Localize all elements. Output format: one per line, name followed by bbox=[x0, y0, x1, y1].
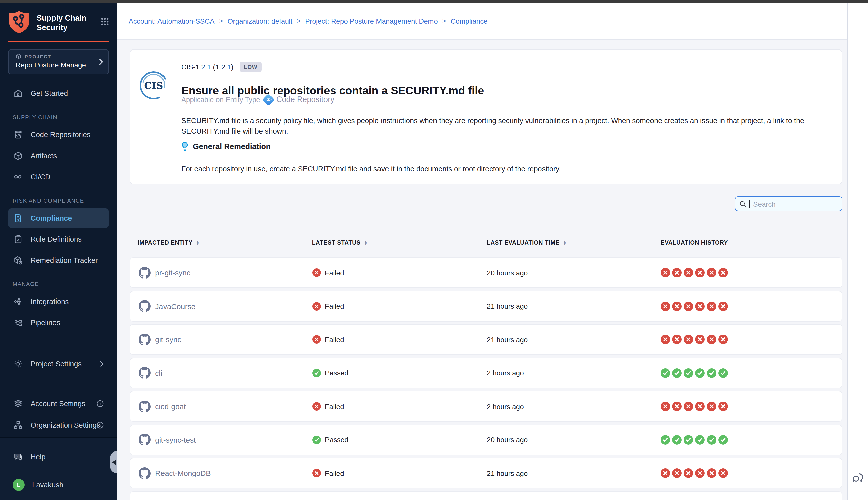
sidebar-item-organization-settings[interactable]: Organization Settings bbox=[8, 415, 109, 435]
user-menu[interactable]: L Lavakush bbox=[8, 475, 109, 495]
breadcrumb-project[interactable]: Project: Repo Posture Management Demo bbox=[305, 17, 438, 25]
project-name: Repo Posture Manage... bbox=[15, 61, 95, 69]
sidebar-divider bbox=[8, 385, 109, 385]
history-fail-icon bbox=[706, 301, 716, 311]
sidebar-item-integrations[interactable]: Integrations bbox=[8, 292, 109, 311]
sidebar-item-remediation-tracker[interactable]: Remediation Tracker bbox=[8, 250, 109, 270]
last-evaluation-time-cell: 21 hours ago bbox=[487, 336, 660, 343]
table-row[interactable]: JavaCourseFailed21 hours ago bbox=[130, 291, 842, 321]
sort-icon[interactable]: ▲▼ bbox=[196, 240, 200, 246]
history-fail-icon bbox=[718, 335, 728, 344]
table-row[interactable]: git-syncFailed21 hours ago bbox=[130, 324, 842, 355]
github-icon bbox=[139, 300, 151, 312]
breadcrumb-compliance[interactable]: Compliance bbox=[451, 17, 488, 25]
column-latest-status[interactable]: LATEST STATUS▲▼ bbox=[312, 240, 487, 246]
search-input[interactable] bbox=[752, 199, 830, 208]
impacted-entity-cell[interactable]: git-sync-test bbox=[130, 434, 312, 446]
history-fail-icon bbox=[660, 335, 670, 344]
evaluation-history-cell bbox=[660, 268, 842, 277]
sidebar: Supply Chain Security PROJECT Repo Postu… bbox=[0, 2, 117, 500]
sidebar-item-account-settings[interactable]: Account Settings bbox=[8, 394, 109, 413]
support-chat-icon[interactable] bbox=[851, 471, 865, 486]
history-fail-icon bbox=[672, 268, 681, 277]
failed-status-icon bbox=[312, 402, 321, 411]
help-chat-icon: ? bbox=[13, 452, 23, 462]
table-row[interactable]: cicd-goatFailed2 hours ago bbox=[130, 391, 842, 422]
history-fail-icon bbox=[718, 301, 728, 311]
evaluation-time: 20 hours ago bbox=[487, 269, 528, 277]
history-fail-icon bbox=[672, 301, 681, 311]
entity-type-chip[interactable]: </> Code Repository bbox=[264, 95, 334, 104]
breadcrumb-account[interactable]: Account: Automation-SSCA bbox=[129, 17, 215, 25]
app-window: Supply Chain Security PROJECT Repo Postu… bbox=[0, 0, 868, 500]
sidebar-item-get-started[interactable]: Get Started bbox=[8, 83, 109, 103]
entity-name: pr-git-sync bbox=[155, 268, 190, 277]
history-pass-icon bbox=[695, 368, 705, 378]
info-icon[interactable] bbox=[96, 421, 104, 429]
column-last-evaluation-time[interactable]: LAST EVALUATION TIME▲▼ bbox=[487, 240, 661, 246]
sidebar-item-compliance[interactable]: Compliance bbox=[8, 208, 109, 228]
history-fail-icon bbox=[718, 401, 728, 411]
column-impacted-entity[interactable]: IMPACTED ENTITY▲▼ bbox=[130, 240, 312, 246]
sidebar-item-artifacts[interactable]: Artifacts bbox=[8, 146, 109, 166]
rule-id: CIS-1.2.1 (1.2.1) bbox=[181, 63, 233, 71]
sidebar-divider bbox=[8, 344, 109, 344]
history-fail-icon bbox=[660, 301, 670, 311]
search-icon bbox=[739, 200, 747, 207]
sidebar-item-rule-definitions[interactable]: Rule Definitions bbox=[8, 229, 109, 249]
evaluation-time: 21 hours ago bbox=[487, 336, 528, 343]
last-evaluation-time-cell: 2 hours ago bbox=[487, 369, 660, 377]
passed-status-icon bbox=[312, 435, 321, 444]
sidebar-item-help[interactable]: ? Help bbox=[8, 447, 109, 467]
sidebar-item-project-settings[interactable]: Project Settings bbox=[8, 354, 109, 374]
history-pass-icon bbox=[672, 368, 681, 378]
svg-text:?: ? bbox=[16, 454, 18, 458]
rule-detail-card: CIS CIS-1.2.1 (1.2.1) LOW Ensure all pub… bbox=[130, 49, 842, 184]
project-selector[interactable]: PROJECT Repo Posture Manage... bbox=[8, 49, 109, 75]
history-pass-icon bbox=[718, 368, 728, 378]
sort-icon[interactable]: ▲▼ bbox=[364, 240, 368, 246]
entity-name: React-MongoDB bbox=[155, 469, 211, 477]
status-label: Failed bbox=[325, 302, 344, 310]
sort-icon[interactable]: ▲▼ bbox=[563, 240, 567, 246]
history-fail-icon bbox=[683, 468, 693, 478]
table-row[interactable] bbox=[130, 491, 842, 500]
browser-edge bbox=[0, 0, 868, 2]
table-row[interactable]: cliPassed2 hours ago bbox=[130, 357, 842, 388]
table-row[interactable]: React-MongoDBFailed21 hours ago bbox=[130, 458, 842, 488]
info-icon[interactable] bbox=[96, 400, 104, 407]
rule-description: SECURITY.md file is a security policy fi… bbox=[181, 115, 827, 136]
sidebar-item-code-repositories[interactable]: Code Repositories bbox=[8, 125, 109, 145]
table-row[interactable]: git-sync-testPassed20 hours ago bbox=[130, 424, 842, 455]
impacted-entity-cell[interactable]: React-MongoDB bbox=[130, 467, 312, 479]
impacted-entity-cell[interactable]: cli bbox=[130, 367, 312, 379]
sidebar-item-pipelines[interactable]: Pipelines bbox=[8, 312, 109, 333]
cis-logo: CIS bbox=[140, 71, 168, 100]
history-pass-icon bbox=[660, 435, 670, 444]
history-fail-icon bbox=[695, 268, 705, 277]
gear-icon bbox=[13, 359, 23, 369]
last-evaluation-time-cell: 21 hours ago bbox=[487, 302, 660, 310]
app-title: Supply Chain Security bbox=[37, 13, 86, 32]
latest-status-cell: Passed bbox=[312, 435, 487, 444]
supply-chain-security-logo-icon bbox=[8, 11, 30, 34]
impacted-entity-cell[interactable]: cicd-goat bbox=[130, 400, 312, 412]
history-pass-icon bbox=[660, 368, 670, 378]
entity-name: git-sync bbox=[155, 335, 181, 344]
impacted-entity-cell[interactable]: pr-git-sync bbox=[130, 266, 312, 279]
code-repository-diamond-icon: </> bbox=[263, 93, 275, 105]
evaluation-time: 2 hours ago bbox=[487, 369, 524, 377]
compliance-content: CIS CIS-1.2.1 (1.2.1) LOW Ensure all pub… bbox=[117, 40, 848, 500]
module-grid-icon[interactable] bbox=[101, 18, 109, 26]
chevron-right-icon bbox=[100, 361, 104, 367]
applicable-label: Applicable on Entity Type bbox=[181, 95, 260, 103]
breadcrumb-organization[interactable]: Organization: default bbox=[228, 17, 292, 25]
history-fail-icon bbox=[695, 401, 705, 411]
table-row[interactable]: pr-git-syncFailed20 hours ago bbox=[130, 257, 842, 288]
impacted-entity-cell[interactable]: JavaCourse bbox=[130, 300, 312, 312]
sidebar-item-cicd[interactable]: CI/CD bbox=[8, 167, 109, 187]
integrations-share-icon bbox=[13, 296, 23, 307]
right-dock bbox=[847, 2, 868, 500]
sidebar-collapse-handle[interactable] bbox=[110, 451, 117, 473]
impacted-entity-cell[interactable]: git-sync bbox=[130, 333, 312, 345]
